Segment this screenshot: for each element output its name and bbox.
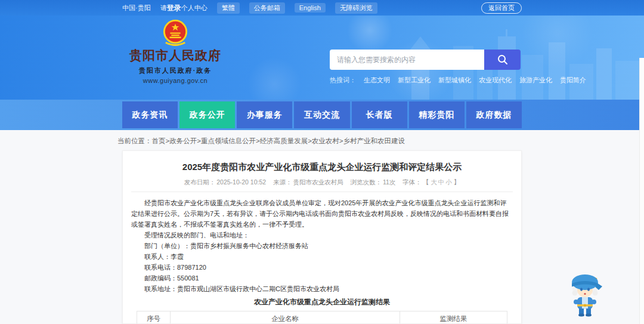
page: 中国·贵阳 请登录个人中心 繁體 公务邮箱 English 无障碍浏览 返回首页 (0, 0, 644, 324)
hot-search-word[interactable]: 生态文明 (364, 76, 390, 85)
main-navigation-inner: 政务资讯 政务公开 办事服务 互动交流 长者版 精彩贵阳 政府数据 (122, 101, 522, 128)
table-caption: 农业产业化市级重点龙头企业运行监测结果 (131, 297, 513, 307)
article-paragraph: 联系电话：87987120 (131, 262, 513, 273)
font-size-options: 大中小 (430, 178, 453, 186)
site-banner: 贵阳市人民政府 贵阳市人民政府·政务 www.guiyang.gov.cn 热搜… (0, 16, 644, 100)
hot-search-word[interactable]: 农业现代化 (479, 76, 512, 85)
search-button[interactable] (484, 50, 521, 70)
article-paragraph: 邮政编码：550081 (131, 273, 513, 283)
publish-date: 2025-10-20 10:52 (216, 178, 266, 186)
topbar-english-link[interactable]: English (295, 3, 326, 13)
nav-tab[interactable]: 办事服务 (237, 101, 292, 128)
hot-search-word[interactable]: 旅游产业化 (519, 76, 552, 85)
nav-tab[interactable]: 精彩贵阳 (409, 101, 465, 128)
site-logo[interactable]: 贵阳市人民政府 贵阳市人民政府·政务 www.guiyang.gov.cn (125, 19, 225, 84)
table-header-cell: 企业名称 (170, 311, 400, 324)
hot-search-words: 生态文明新型工业化新型城镇化农业现代化旅游产业化贵阳简介 (364, 76, 586, 85)
scrollbar-track[interactable] (639, 58, 644, 324)
article-meta: 发布日期：2025-10-20 10:52 来源：贵阳市农业农村局 浏览次数：1… (131, 178, 513, 192)
table-header-row: 序号企业名称监测结果 (137, 311, 507, 324)
bracket-close: 】 (454, 178, 460, 186)
table-header-cell: 序号 (137, 311, 171, 324)
search-input[interactable] (330, 50, 484, 70)
views-label: 浏览次数： (350, 178, 382, 186)
hot-search-label: 热搜词： (330, 76, 356, 85)
site-name: 贵阳市人民政府 (125, 47, 225, 64)
hot-search-word[interactable]: 新型工业化 (398, 76, 431, 85)
source-label: 来源： (273, 178, 292, 186)
nav-tab[interactable]: 互动交流 (294, 101, 349, 128)
nav-tab[interactable]: 政府数据 (466, 101, 522, 128)
site-subtitle: 贵阳市人民政府·政务 (125, 66, 225, 75)
article-paragraph: 受理情况反映的部门、电话和地址： (131, 230, 513, 240)
breadcrumb-path[interactable]: 首页>政务公开>重点领域信息公开>经济高质量发展>农业农村>乡村产业和农田建设 (152, 137, 405, 144)
breadcrumb: 当前位置：首页>政务公开>重点领域信息公开>经济高质量发展>农业农村>乡村产业和… (117, 137, 405, 146)
hot-search-row: 热搜词： 生态文明新型工业化新型城镇化农业现代化旅游产业化贵阳简介 (330, 76, 521, 85)
topbar-site-label[interactable]: 中国·贵阳 (122, 4, 151, 13)
site-url: www.guiyang.gov.cn (125, 77, 225, 84)
article-paragraph: 联系人：李霞 (131, 251, 513, 262)
article-paragraph: 经贵阳市农业产业化市级重点龙头企业联席会议成员单位审定，现对2025年开展的农业… (131, 198, 513, 230)
hot-search-word[interactable]: 新型城镇化 (438, 76, 471, 85)
publish-date-label: 发布日期： (184, 178, 216, 186)
topbar-traditional-chinese-link[interactable]: 繁體 (217, 2, 240, 14)
nav-tab[interactable]: 政务公开 (179, 101, 235, 128)
table-header-cell: 监测结果 (400, 311, 507, 324)
topbar-accessibility-link[interactable]: 无障碍浏览 (335, 2, 377, 14)
article-paragraph: 联系地址：贵阳市观山湖区市级行政中心二期C区贵阳市农业农村局 (131, 283, 513, 294)
article-body: 经贵阳市农业产业化市级重点龙头企业联席会议成员单位审定，现对2025年开展的农业… (131, 198, 513, 294)
font-size-option[interactable]: 中 (438, 178, 445, 186)
top-utility-bar-inner: 中国·贵阳 请登录个人中心 繁體 公务邮箱 English 无障碍浏览 返回首页 (122, 2, 522, 14)
topbar-official-mail-link[interactable]: 公务邮箱 (249, 2, 285, 14)
views-value: 11次 (383, 178, 395, 186)
monitoring-results-table: 序号企业名称监测结果 1 贵州合力超市采购有限公司 合格 2 贵州友禾种业有限公… (137, 311, 507, 324)
breadcrumb-label: 当前位置： (117, 137, 152, 144)
search-area: 热搜词： 生态文明新型工业化新型城镇化农业现代化旅游产业化贵阳简介 (330, 50, 521, 85)
return-home-button[interactable]: 返回首页 (481, 2, 522, 14)
top-utility-bar: 中国·贵阳 请登录个人中心 繁體 公务邮箱 English 无障碍浏览 返回首页 (0, 0, 644, 16)
article-paragraph: 部门（单位）：贵阳市乡村振兴服务中心农村经济服务站 (131, 240, 513, 251)
hot-search-word[interactable]: 贵阳简介 (560, 76, 586, 85)
nav-tab[interactable]: 政务资讯 (122, 101, 178, 128)
article-card: 2025年度贵阳市农业产业化市级重点龙头企业运行监测和评定结果公示 发布日期：2… (122, 150, 522, 324)
mascot-icon[interactable] (566, 271, 603, 317)
font-size-option[interactable]: 大 (431, 178, 437, 186)
font-size-label: 字体： (402, 178, 422, 186)
source-value: 贵阳市农业农村局 (293, 178, 343, 186)
nav-tab[interactable]: 长者版 (352, 101, 407, 128)
article-title: 2025年度贵阳市农业产业化市级重点龙头企业运行监测和评定结果公示 (131, 161, 513, 173)
bracket-open: 【 (423, 178, 429, 186)
font-size-option[interactable]: 小 (445, 178, 452, 186)
magnifier-icon (497, 54, 509, 66)
main-navigation: 政务资讯 政务公开 办事服务 互动交流 长者版 精彩贵阳 政府数据 (0, 100, 644, 130)
national-emblem-icon (162, 19, 188, 47)
topbar-login-link[interactable]: 请登录个人中心 (160, 3, 208, 13)
